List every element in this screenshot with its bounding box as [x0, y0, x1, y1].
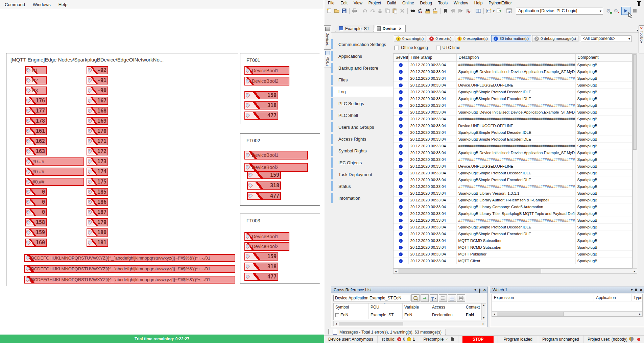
log-filter-button[interactable]: 0 debug message(s)	[532, 35, 578, 42]
scroll-left-icon[interactable]: ◂	[492, 312, 497, 316]
scroll-left-icon[interactable]: ◂	[334, 322, 338, 325]
tag-display[interactable]: 172	[87, 147, 108, 155]
log-row[interactable]: 20.12.2020 00:33:04 ####################…	[393, 116, 632, 122]
menu-item[interactable]: Help	[471, 1, 486, 5]
device-nav-item[interactable]: PLC Settings	[331, 98, 393, 108]
tag-display[interactable]: 0	[25, 188, 47, 196]
undo-icon[interactable]	[362, 7, 368, 14]
tag-display[interactable]: 177	[25, 107, 47, 115]
tag-display[interactable]: 159	[247, 171, 281, 179]
search-button[interactable]	[411, 294, 420, 302]
tag-display[interactable]: 181	[87, 239, 108, 247]
tag-display[interactable]: 170	[87, 127, 108, 135]
tag-display[interactable]: 167	[87, 97, 108, 105]
tag-display-string[interactable]: BCDEFGHIJKLMNOPQRSTUVWXYZ[\]^_`abcdefghi…	[24, 276, 235, 284]
tag-display[interactable]: 171	[87, 137, 108, 145]
utc-time-checkbox[interactable]: UTC time	[436, 45, 460, 50]
menu-item[interactable]: Project	[365, 1, 384, 5]
log-row[interactable]: 20.12.2020 00:33:04 ####################…	[393, 217, 632, 224]
log-row[interactable]: 20.12.2020 00:33:04 SparkplugB Library A…	[393, 197, 632, 203]
log-row[interactable]: 20.12.2020 00:33:04 Device.UNPLUGGED.OFF…	[393, 82, 632, 89]
device-nav-item[interactable]: Files	[331, 75, 393, 85]
column-header-expression[interactable]: Expression	[492, 294, 594, 301]
log-row[interactable]: 20.12.2020 00:33:04 ####################…	[393, 143, 632, 149]
scrollbar-thumb[interactable]	[633, 54, 637, 150]
new-file-icon[interactable]	[326, 7, 333, 14]
tag-display[interactable]: 163	[25, 147, 47, 155]
log-row[interactable]: 20.12.2020 00:33:04 SparkplugBSimple Pro…	[393, 129, 632, 136]
device-nav-item[interactable]: Information	[331, 193, 393, 203]
tag-display[interactable]: -91	[87, 76, 108, 84]
column-header-pou[interactable]: POU^	[369, 303, 403, 311]
device-nav-item[interactable]: Symbol Rights	[331, 146, 393, 156]
pin-icon[interactable]	[635, 289, 637, 291]
scroll-right-icon[interactable]: ▸	[481, 322, 486, 325]
log-row[interactable]: 20.12.2020 00:33:04 SparkplugBSimple Pro…	[393, 224, 632, 230]
tag-display[interactable]: 186	[87, 198, 108, 206]
device-nav-item[interactable]: PLC Shell	[331, 110, 393, 120]
log-row[interactable]: 20.12.2020 00:33:04 SparkplugB Device In…	[393, 68, 632, 75]
scroll-left-icon[interactable]: ◂	[393, 270, 398, 273]
tag-display[interactable]: B3	[25, 87, 47, 95]
go-button[interactable]: →	[421, 294, 429, 302]
tag-display[interactable]: -92	[87, 66, 108, 74]
close-icon[interactable]: ×	[483, 288, 486, 292]
log-row[interactable]: 20.12.2020 00:33:04 SparkplugBSimple Pro…	[393, 89, 632, 95]
tag-display[interactable]: 161	[25, 127, 47, 135]
tag-display[interactable]: 0	[25, 198, 47, 206]
log-row[interactable]: 20.12.2020 00:33:04 Device.UNPLUGGED.OFF…	[393, 122, 632, 129]
clear-bookmarks-icon[interactable]	[464, 7, 471, 14]
log-vertical-scrollbar[interactable]	[633, 53, 637, 269]
log-horizontal-scrollbar[interactable]: ◂ ▸	[393, 269, 637, 274]
log-row[interactable]: 20.12.2020 00:33:04 SparkplugBSimple Pro…	[393, 176, 632, 183]
tag-display[interactable]: -90	[87, 87, 108, 95]
log-row[interactable]: 20.12.2020 00:33:04 SparkplugB Device In…	[393, 149, 632, 156]
scroll-down-icon[interactable]: ▾	[483, 316, 484, 319]
tag-display[interactable]: 180	[87, 228, 108, 237]
log-row[interactable]: 20.12.2020 00:33:04 Device.UNPLUGGED.OFF…	[393, 163, 632, 170]
filter-funnel-icon[interactable]	[637, 1, 641, 3]
log-row[interactable]: 20.12.2020 00:33:04 ####################…	[393, 102, 632, 109]
column-header-symbol[interactable]: Symbol	[334, 303, 369, 311]
tag-display-bool[interactable]: DeviceBool1	[244, 151, 308, 160]
open-file-icon[interactable]	[333, 7, 340, 14]
tag-display[interactable]: 185	[87, 188, 108, 196]
column-header-application[interactable]: Application	[594, 294, 631, 301]
log-row[interactable]: 20.12.2020 00:33:04 ####################…	[393, 75, 632, 82]
tag-display-string[interactable]: BCDEFGHIJKLMNOPQRSTUVWXYZ[\]^_`abcdefghi…	[24, 254, 235, 262]
panel-menu-caret[interactable]: ▾	[474, 288, 476, 292]
menu-item[interactable]: Tools	[435, 1, 451, 5]
log-row[interactable]: 20.12.2020 00:33:04 MQTT NCMD Subscriber…	[393, 244, 632, 251]
log-row[interactable]: 20.12.2020 00:33:04 ####################…	[393, 183, 632, 190]
tag-display[interactable]: 179	[87, 218, 108, 226]
tag-display[interactable]: 178	[25, 117, 47, 125]
replace-icon[interactable]	[417, 7, 424, 14]
log-row[interactable]: 20.12.2020 00:33:04 SparkplugBSimple Pro…	[393, 170, 632, 176]
device-nav-item[interactable]: Task Deployment	[331, 169, 393, 179]
tag-display[interactable]: 187	[87, 208, 108, 216]
tag-display[interactable]: 0	[25, 208, 47, 216]
log-filter-button[interactable]: 0 exception(s)	[455, 35, 490, 42]
tag-display-format[interactable]: #0.##	[25, 168, 84, 176]
scrollbar-thumb[interactable]	[497, 312, 564, 316]
tag-display[interactable]: 176	[25, 97, 47, 105]
crossref-search-input[interactable]	[333, 295, 410, 301]
new-visualization-caret[interactable]: ▾	[493, 9, 495, 13]
previous-bookmark-icon[interactable]	[450, 7, 456, 14]
device-nav-item[interactable]: Users and Groups	[331, 122, 393, 132]
device-nav-item[interactable]: Status	[331, 181, 393, 191]
paste-icon[interactable]	[391, 7, 398, 14]
compare-icon[interactable]	[475, 7, 482, 14]
log-filter-button[interactable]: 0 warning(s)	[394, 35, 426, 42]
tag-display-format[interactable]: #0.##	[25, 178, 84, 186]
delete-icon[interactable]	[399, 7, 406, 14]
device-nav-item[interactable]: Applications	[331, 51, 393, 61]
column-header-type[interactable]: Type	[631, 294, 642, 301]
tag-display[interactable]: 318	[244, 263, 278, 271]
replace-in-files-icon[interactable]	[432, 7, 438, 14]
tab-example-st[interactable]: Example_ST	[335, 25, 374, 32]
close-icon[interactable]: ×	[640, 288, 642, 292]
tag-display-bool[interactable]: DeviceBool1	[244, 66, 289, 75]
tag-display[interactable]: 174	[87, 168, 108, 176]
column-header-description[interactable]: Description	[456, 54, 575, 62]
